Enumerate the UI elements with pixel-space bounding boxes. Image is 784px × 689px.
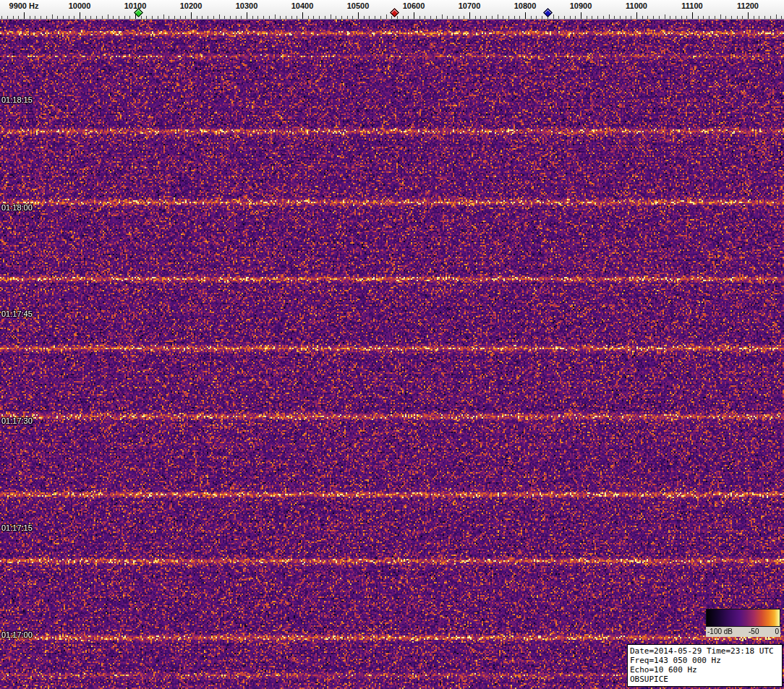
ruler-tick <box>498 14 498 19</box>
ruler-tick <box>464 16 464 19</box>
ruler-tick <box>475 16 476 19</box>
ruler-tick <box>508 16 509 19</box>
db-scale-labels: -100 dB -50 0 <box>706 627 780 637</box>
ruler-tick <box>197 16 197 19</box>
ruler-tick <box>570 16 571 19</box>
ruler-tick <box>191 12 192 19</box>
ruler-tick <box>169 16 169 19</box>
ruler-tick <box>698 16 699 19</box>
ruler-tick <box>564 16 565 19</box>
ruler-tick <box>525 12 526 19</box>
ruler-tick <box>319 16 320 19</box>
ruler-frequency-label: 10700 <box>459 1 481 10</box>
ruler-tick <box>642 16 643 19</box>
ruler-tick <box>247 12 247 19</box>
db-mid-label: -50 <box>749 628 759 636</box>
ruler-tick <box>581 12 581 19</box>
ruler-tick <box>302 12 303 19</box>
ruler-tick <box>57 16 58 19</box>
ruler-tick <box>90 16 91 19</box>
ruler-tick <box>692 12 693 19</box>
ruler-tick <box>414 12 414 19</box>
ruler-tick <box>325 16 325 19</box>
ruler-tick <box>514 16 515 19</box>
info-date-time: Date=2014-05-29 Time=23:18 UTC <box>630 646 779 656</box>
ruler-tick <box>375 16 375 19</box>
ruler-tick <box>96 16 97 19</box>
ruler-tick <box>291 16 292 19</box>
ruler-tick <box>213 16 214 19</box>
ruler-tick <box>7 16 8 19</box>
ruler-tick <box>459 16 459 19</box>
ruler-tick <box>703 16 704 19</box>
ruler-tick <box>208 16 208 19</box>
ruler-tick <box>742 16 743 19</box>
ruler-tick <box>781 16 782 19</box>
ruler-tick <box>108 14 108 19</box>
marker-diamond-blue-icon[interactable] <box>543 8 553 17</box>
info-station: OBSUPICE <box>630 675 779 684</box>
ruler-tick <box>558 16 559 19</box>
ruler-frequency-label: 10400 <box>291 1 314 10</box>
db-min-label: -100 dB <box>707 628 733 636</box>
ruler-tick <box>609 14 610 19</box>
ruler-tick <box>41 16 41 19</box>
ruler-tick <box>46 16 47 19</box>
ruler-tick <box>69 16 69 19</box>
frequency-ruler[interactable]: 9900 Hz100001010010200103001040010500106… <box>0 0 784 20</box>
colormap-gradient-bar <box>706 609 780 627</box>
ruler-tick <box>536 16 537 19</box>
ruler-tick <box>269 16 270 19</box>
ruler-frequency-label: 10100 <box>124 1 147 10</box>
ruler-frequency-label: 11100 <box>681 1 702 10</box>
ruler-tick <box>620 16 621 19</box>
ruler-tick <box>519 16 520 19</box>
ruler-tick <box>174 16 175 19</box>
ruler-tick <box>263 16 264 19</box>
ruler-tick <box>280 16 281 19</box>
info-frequency: Freq=143 050 000 Hz <box>630 656 779 665</box>
info-echo: Echo=10 600 Hz <box>630 665 779 675</box>
ruler-tick <box>725 16 726 19</box>
ruler-tick <box>24 12 25 19</box>
ruler-tick <box>13 16 14 19</box>
ruler-tick <box>297 16 297 19</box>
ruler-tick <box>492 16 493 19</box>
ruler-tick <box>647 16 648 19</box>
ruler-tick <box>764 16 765 19</box>
ruler-tick <box>403 16 404 19</box>
radio-spectrogram-window: 9900 Hz100001010010200103001040010500106… <box>0 0 784 689</box>
ruler-tick <box>52 14 53 19</box>
ruler-tick <box>575 16 576 19</box>
ruler-tick <box>397 16 398 19</box>
ruler-tick <box>1 16 2 19</box>
ruler-tick <box>737 16 738 19</box>
ruler-tick <box>592 16 592 19</box>
ruler-tick <box>18 16 19 19</box>
ruler-frequency-label: 10500 <box>347 1 370 10</box>
ruler-tick <box>686 16 687 19</box>
ruler-tick <box>336 16 336 19</box>
ruler-tick <box>119 16 119 19</box>
ruler-tick <box>241 16 242 19</box>
ruler-tick <box>224 16 225 19</box>
ruler-tick <box>113 16 114 19</box>
ruler-tick <box>442 14 443 19</box>
ruler-tick <box>486 16 487 19</box>
ruler-tick <box>352 16 353 19</box>
spectrogram-waterfall[interactable] <box>0 20 784 689</box>
ruler-frequency-label: 10900 <box>570 1 592 10</box>
ruler-tick <box>759 16 759 19</box>
ruler-tick <box>597 16 598 19</box>
ruler-tick <box>587 16 587 19</box>
ruler-tick <box>748 12 749 19</box>
ruler-tick <box>626 16 626 19</box>
ruler-tick <box>341 16 342 19</box>
ruler-tick <box>670 16 670 19</box>
ruler-tick <box>676 16 676 19</box>
ruler-tick <box>754 16 754 19</box>
ruler-tick <box>275 14 276 19</box>
ruler-tick <box>425 16 425 19</box>
ruler-tick <box>469 12 470 19</box>
ruler-frequency-label: 11200 <box>737 1 759 10</box>
